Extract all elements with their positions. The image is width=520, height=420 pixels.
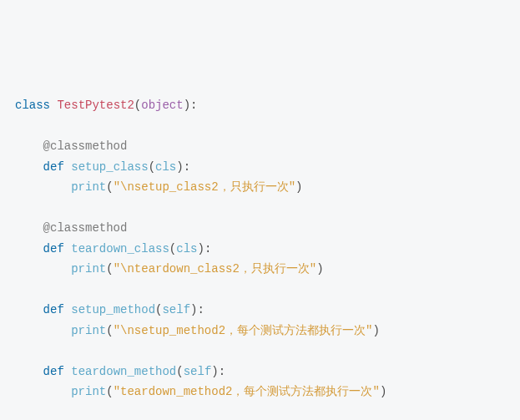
code-line: def setup_class(cls):: [15, 157, 505, 178]
blank-line: [15, 402, 505, 421]
paren-close: ):: [184, 99, 198, 112]
paren-open: (: [106, 262, 113, 276]
code-line: print("\nsetup_class2，只执行一次"): [15, 177, 505, 198]
paren-close: ): [316, 262, 323, 276]
class-name: TestPytest2: [57, 99, 134, 112]
code-line: def teardown_method(self):: [15, 362, 505, 382]
keyword-def: def: [43, 303, 64, 316]
blank-line: [15, 280, 505, 301]
builtin-object: object: [141, 99, 183, 112]
blank-line: [15, 116, 505, 137]
paren-close: ): [380, 385, 386, 398]
paren-close: ):: [190, 303, 204, 316]
paren-close: ):: [197, 242, 211, 256]
method-name: teardown_method: [71, 365, 176, 378]
string-literal: "\nsetup_method2，每个测试方法都执行一次": [114, 324, 373, 337]
code-line: def setup_method(self):: [15, 300, 505, 321]
param-cls: cls: [176, 242, 197, 256]
paren-open: (: [149, 160, 155, 174]
string-literal: "teardown_method2，每个测试方法都执行一次": [114, 385, 380, 398]
paren-close: ):: [176, 160, 190, 174]
code-line: class TestPytest2(object):: [15, 95, 505, 116]
code-line: @classmethod: [15, 136, 505, 157]
method-name: setup_method: [71, 303, 155, 316]
keyword-def: def: [43, 242, 64, 256]
method-name: setup_class: [71, 160, 148, 174]
builtin-print: print: [71, 262, 106, 276]
builtin-print: print: [71, 385, 106, 398]
paren-open: (: [106, 324, 113, 337]
code-line: @classmethod: [15, 218, 505, 239]
method-name: teardown_class: [71, 242, 169, 256]
keyword-def: def: [43, 365, 64, 378]
param-self: self: [184, 365, 212, 378]
keyword-class: class: [15, 99, 50, 112]
code-line: print("\nsetup_method2，每个测试方法都执行一次"): [15, 321, 505, 342]
code-line: def teardown_class(cls):: [15, 239, 505, 260]
string-literal: "\nsetup_class2，只执行一次": [114, 180, 295, 194]
code-block: class TestPytest2(object): @classmethod …: [15, 95, 505, 420]
paren-open: (: [176, 365, 183, 378]
paren-close: ):: [211, 365, 225, 378]
decorator: @classmethod: [43, 221, 128, 235]
keyword-def: def: [43, 160, 64, 174]
paren-open: (: [106, 385, 113, 398]
blank-line: [15, 198, 505, 219]
param-cls: cls: [155, 160, 176, 174]
builtin-print: print: [71, 324, 106, 337]
builtin-print: print: [71, 180, 106, 194]
string-literal: "\nteardown_class2，只执行一次": [114, 262, 317, 276]
param-self: self: [162, 303, 190, 316]
code-line: print("teardown_method2，每个测试方法都执行一次"): [15, 382, 505, 402]
paren-open: (: [106, 180, 113, 194]
decorator: @classmethod: [43, 139, 128, 153]
code-line: print("\nteardown_class2，只执行一次"): [15, 259, 505, 280]
blank-line: [15, 341, 505, 362]
paren-close: ): [295, 180, 302, 194]
paren-close: ): [372, 324, 379, 337]
paren-open: (: [169, 242, 176, 256]
paren-open: (: [134, 99, 141, 112]
